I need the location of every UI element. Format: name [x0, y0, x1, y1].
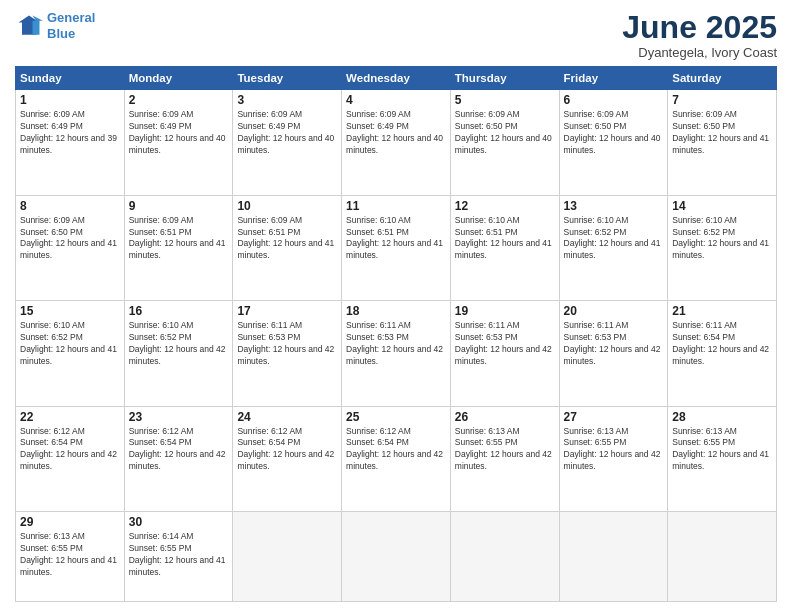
day-info: Sunrise: 6:09 AMSunset: 6:50 PMDaylight:…: [672, 109, 772, 157]
weekday-header-friday: Friday: [559, 67, 668, 90]
day-info: Sunrise: 6:12 AMSunset: 6:54 PMDaylight:…: [237, 426, 337, 474]
day-info: Sunrise: 6:12 AMSunset: 6:54 PMDaylight:…: [129, 426, 229, 474]
calendar-cell: 16Sunrise: 6:10 AMSunset: 6:52 PMDayligh…: [124, 301, 233, 406]
day-info: Sunrise: 6:09 AMSunset: 6:50 PMDaylight:…: [564, 109, 664, 157]
day-number: 21: [672, 304, 772, 318]
day-number: 9: [129, 199, 229, 213]
day-number: 25: [346, 410, 446, 424]
week-row-1: 1Sunrise: 6:09 AMSunset: 6:49 PMDaylight…: [16, 90, 777, 195]
day-info: Sunrise: 6:10 AMSunset: 6:52 PMDaylight:…: [129, 320, 229, 368]
calendar-cell: 30Sunrise: 6:14 AMSunset: 6:55 PMDayligh…: [124, 512, 233, 602]
logo-text: General Blue: [47, 10, 95, 41]
weekday-header-sunday: Sunday: [16, 67, 125, 90]
day-number: 12: [455, 199, 555, 213]
day-number: 29: [20, 515, 120, 529]
day-number: 5: [455, 93, 555, 107]
calendar-cell: 12Sunrise: 6:10 AMSunset: 6:51 PMDayligh…: [450, 195, 559, 300]
day-number: 30: [129, 515, 229, 529]
calendar-cell: 13Sunrise: 6:10 AMSunset: 6:52 PMDayligh…: [559, 195, 668, 300]
calendar-cell: 29Sunrise: 6:13 AMSunset: 6:55 PMDayligh…: [16, 512, 125, 602]
calendar-cell: [668, 512, 777, 602]
day-number: 8: [20, 199, 120, 213]
calendar-cell: 10Sunrise: 6:09 AMSunset: 6:51 PMDayligh…: [233, 195, 342, 300]
day-number: 18: [346, 304, 446, 318]
calendar-cell: 21Sunrise: 6:11 AMSunset: 6:54 PMDayligh…: [668, 301, 777, 406]
calendar-cell: 22Sunrise: 6:12 AMSunset: 6:54 PMDayligh…: [16, 406, 125, 511]
day-number: 28: [672, 410, 772, 424]
calendar-cell: 26Sunrise: 6:13 AMSunset: 6:55 PMDayligh…: [450, 406, 559, 511]
day-info: Sunrise: 6:14 AMSunset: 6:55 PMDaylight:…: [129, 531, 229, 579]
calendar-cell: 7Sunrise: 6:09 AMSunset: 6:50 PMDaylight…: [668, 90, 777, 195]
calendar-cell: 3Sunrise: 6:09 AMSunset: 6:49 PMDaylight…: [233, 90, 342, 195]
day-number: 13: [564, 199, 664, 213]
weekday-header-thursday: Thursday: [450, 67, 559, 90]
day-info: Sunrise: 6:09 AMSunset: 6:50 PMDaylight:…: [455, 109, 555, 157]
day-info: Sunrise: 6:09 AMSunset: 6:49 PMDaylight:…: [237, 109, 337, 157]
calendar-cell: 23Sunrise: 6:12 AMSunset: 6:54 PMDayligh…: [124, 406, 233, 511]
calendar-cell: 27Sunrise: 6:13 AMSunset: 6:55 PMDayligh…: [559, 406, 668, 511]
day-number: 1: [20, 93, 120, 107]
day-number: 3: [237, 93, 337, 107]
day-number: 2: [129, 93, 229, 107]
day-info: Sunrise: 6:11 AMSunset: 6:53 PMDaylight:…: [455, 320, 555, 368]
calendar-cell: 25Sunrise: 6:12 AMSunset: 6:54 PMDayligh…: [342, 406, 451, 511]
day-number: 4: [346, 93, 446, 107]
month-title: June 2025: [622, 10, 777, 45]
day-number: 17: [237, 304, 337, 318]
weekday-header-monday: Monday: [124, 67, 233, 90]
day-info: Sunrise: 6:09 AMSunset: 6:49 PMDaylight:…: [129, 109, 229, 157]
day-info: Sunrise: 6:11 AMSunset: 6:53 PMDaylight:…: [564, 320, 664, 368]
calendar-cell: 20Sunrise: 6:11 AMSunset: 6:53 PMDayligh…: [559, 301, 668, 406]
day-info: Sunrise: 6:13 AMSunset: 6:55 PMDaylight:…: [672, 426, 772, 474]
page: General Blue June 2025 Dyantegela, Ivory…: [0, 0, 792, 612]
calendar-cell: 6Sunrise: 6:09 AMSunset: 6:50 PMDaylight…: [559, 90, 668, 195]
day-number: 22: [20, 410, 120, 424]
week-row-4: 22Sunrise: 6:12 AMSunset: 6:54 PMDayligh…: [16, 406, 777, 511]
day-number: 15: [20, 304, 120, 318]
calendar-cell: 28Sunrise: 6:13 AMSunset: 6:55 PMDayligh…: [668, 406, 777, 511]
day-info: Sunrise: 6:09 AMSunset: 6:51 PMDaylight:…: [129, 215, 229, 263]
day-info: Sunrise: 6:13 AMSunset: 6:55 PMDaylight:…: [564, 426, 664, 474]
weekday-header-row: SundayMondayTuesdayWednesdayThursdayFrid…: [16, 67, 777, 90]
week-row-3: 15Sunrise: 6:10 AMSunset: 6:52 PMDayligh…: [16, 301, 777, 406]
calendar-cell: [233, 512, 342, 602]
day-number: 24: [237, 410, 337, 424]
day-number: 26: [455, 410, 555, 424]
day-info: Sunrise: 6:09 AMSunset: 6:49 PMDaylight:…: [346, 109, 446, 157]
calendar-cell: 11Sunrise: 6:10 AMSunset: 6:51 PMDayligh…: [342, 195, 451, 300]
day-info: Sunrise: 6:10 AMSunset: 6:52 PMDaylight:…: [564, 215, 664, 263]
day-info: Sunrise: 6:11 AMSunset: 6:54 PMDaylight:…: [672, 320, 772, 368]
title-area: June 2025 Dyantegela, Ivory Coast: [622, 10, 777, 60]
calendar-cell: 15Sunrise: 6:10 AMSunset: 6:52 PMDayligh…: [16, 301, 125, 406]
calendar-cell: 5Sunrise: 6:09 AMSunset: 6:50 PMDaylight…: [450, 90, 559, 195]
day-info: Sunrise: 6:10 AMSunset: 6:52 PMDaylight:…: [20, 320, 120, 368]
week-row-2: 8Sunrise: 6:09 AMSunset: 6:50 PMDaylight…: [16, 195, 777, 300]
calendar-table: SundayMondayTuesdayWednesdayThursdayFrid…: [15, 66, 777, 602]
day-number: 10: [237, 199, 337, 213]
calendar-cell: 2Sunrise: 6:09 AMSunset: 6:49 PMDaylight…: [124, 90, 233, 195]
day-info: Sunrise: 6:11 AMSunset: 6:53 PMDaylight:…: [237, 320, 337, 368]
day-info: Sunrise: 6:10 AMSunset: 6:51 PMDaylight:…: [346, 215, 446, 263]
header: General Blue June 2025 Dyantegela, Ivory…: [15, 10, 777, 60]
svg-marker-1: [33, 15, 44, 34]
day-number: 27: [564, 410, 664, 424]
day-info: Sunrise: 6:09 AMSunset: 6:51 PMDaylight:…: [237, 215, 337, 263]
day-info: Sunrise: 6:13 AMSunset: 6:55 PMDaylight:…: [455, 426, 555, 474]
day-number: 19: [455, 304, 555, 318]
logo-line1: General: [47, 10, 95, 25]
logo-icon: [15, 12, 43, 40]
calendar-cell: 4Sunrise: 6:09 AMSunset: 6:49 PMDaylight…: [342, 90, 451, 195]
weekday-header-tuesday: Tuesday: [233, 67, 342, 90]
day-info: Sunrise: 6:09 AMSunset: 6:49 PMDaylight:…: [20, 109, 120, 157]
day-info: Sunrise: 6:10 AMSunset: 6:52 PMDaylight:…: [672, 215, 772, 263]
location: Dyantegela, Ivory Coast: [622, 45, 777, 60]
day-number: 11: [346, 199, 446, 213]
calendar-cell: [450, 512, 559, 602]
weekday-header-saturday: Saturday: [668, 67, 777, 90]
calendar-cell: 8Sunrise: 6:09 AMSunset: 6:50 PMDaylight…: [16, 195, 125, 300]
day-info: Sunrise: 6:10 AMSunset: 6:51 PMDaylight:…: [455, 215, 555, 263]
week-row-5: 29Sunrise: 6:13 AMSunset: 6:55 PMDayligh…: [16, 512, 777, 602]
calendar-cell: 1Sunrise: 6:09 AMSunset: 6:49 PMDaylight…: [16, 90, 125, 195]
day-number: 20: [564, 304, 664, 318]
day-number: 6: [564, 93, 664, 107]
